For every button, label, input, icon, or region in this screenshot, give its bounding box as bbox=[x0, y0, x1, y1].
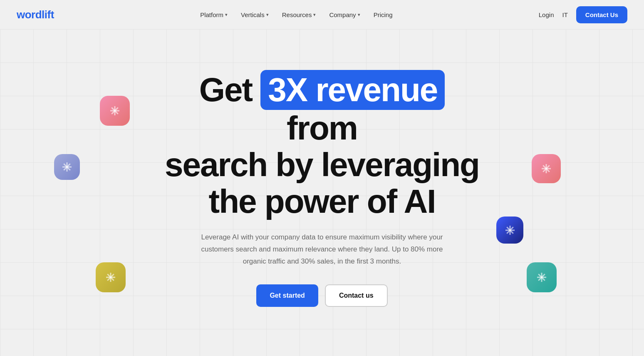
chevron-down-icon: ▾ bbox=[266, 12, 269, 17]
nav-right: Login IT Contact Us bbox=[539, 6, 627, 23]
nav-item-resources[interactable]: Resources ▾ bbox=[282, 11, 316, 18]
navbar: wordlift Platform ▾ Verticals ▾ Resource… bbox=[0, 0, 644, 29]
nav-label-resources: Resources bbox=[282, 11, 312, 18]
chevron-down-icon: ▾ bbox=[358, 12, 360, 17]
float-icon-pink-topleft bbox=[100, 96, 130, 126]
hero-buttons: Get started Contact us bbox=[160, 284, 484, 307]
nav-item-verticals[interactable]: Verticals ▾ bbox=[241, 11, 269, 18]
logo-text: wordlift bbox=[17, 8, 54, 21]
contact-us-button[interactable]: Contact Us bbox=[576, 6, 627, 23]
nav-label-company: Company bbox=[329, 11, 356, 18]
asterisk-icon bbox=[536, 271, 547, 283]
nav-label-verticals: Verticals bbox=[241, 11, 265, 18]
get-started-button[interactable]: Get started bbox=[256, 284, 318, 307]
asterisk-icon bbox=[540, 163, 552, 174]
language-selector[interactable]: IT bbox=[562, 11, 567, 18]
nav-item-platform[interactable]: Platform ▾ bbox=[200, 11, 228, 18]
hero-title-post: fromsearch by leveragingthe power of AI bbox=[165, 110, 479, 220]
logo[interactable]: wordlift bbox=[17, 8, 54, 21]
asterisk-icon bbox=[105, 271, 116, 283]
hero-subtitle: Leverage AI with your company data to en… bbox=[197, 232, 447, 268]
hero-title: Get 3X revenue fromsearch by leveragingt… bbox=[160, 70, 484, 220]
float-icon-darkblue-right bbox=[496, 217, 523, 244]
login-link[interactable]: Login bbox=[539, 11, 554, 18]
get-started-label: Get started bbox=[270, 292, 305, 299]
nav-links: Platform ▾ Verticals ▾ Resources ▾ Compa… bbox=[200, 11, 392, 18]
chevron-down-icon: ▾ bbox=[313, 12, 316, 17]
asterisk-icon bbox=[109, 105, 121, 117]
nav-link-pricing[interactable]: Pricing bbox=[374, 11, 393, 18]
nav-label-login: Login bbox=[539, 11, 554, 18]
float-icon-yellow-bottomleft bbox=[96, 262, 126, 292]
float-icon-teal-bottomright bbox=[527, 262, 557, 292]
nav-label-pricing: Pricing bbox=[374, 11, 393, 18]
float-icon-pink-topright bbox=[532, 154, 561, 183]
contact-us-hero-label: Contact us bbox=[339, 292, 374, 299]
chevron-down-icon: ▾ bbox=[225, 12, 228, 17]
hero-title-highlight: 3X revenue bbox=[260, 70, 445, 110]
asterisk-icon bbox=[61, 161, 73, 173]
nav-link-platform[interactable]: Platform ▾ bbox=[200, 11, 228, 18]
hero-title-pre: Get bbox=[199, 71, 261, 108]
asterisk-icon bbox=[504, 224, 516, 236]
contact-us-hero-button[interactable]: Contact us bbox=[325, 284, 388, 307]
nav-link-company[interactable]: Company ▾ bbox=[329, 11, 360, 18]
nav-label-platform: Platform bbox=[200, 11, 223, 18]
contact-us-label: Contact Us bbox=[585, 11, 618, 18]
float-icon-blue-left bbox=[54, 154, 80, 180]
hero-content: Get 3X revenue fromsearch by leveragingt… bbox=[160, 70, 484, 307]
nav-item-company[interactable]: Company ▾ bbox=[329, 11, 360, 18]
hero-section: Get 3X revenue fromsearch by leveragingt… bbox=[0, 29, 644, 356]
nav-item-pricing[interactable]: Pricing bbox=[374, 11, 393, 18]
nav-link-verticals[interactable]: Verticals ▾ bbox=[241, 11, 269, 18]
nav-link-resources[interactable]: Resources ▾ bbox=[282, 11, 316, 18]
